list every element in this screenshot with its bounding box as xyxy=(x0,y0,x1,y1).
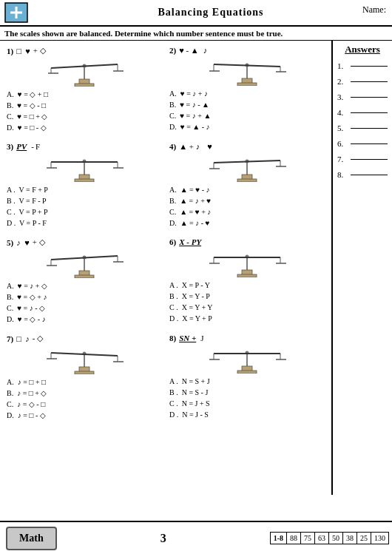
answer-line-7: 7. xyxy=(337,155,388,163)
answer-blank-8 xyxy=(351,175,388,175)
score-cell-2: 75 xyxy=(301,533,315,544)
problem-4-symbols: ▲ + ♪ xyxy=(179,142,200,151)
problem-5-num: 5) xyxy=(7,238,13,247)
answer-blank-1 xyxy=(351,66,388,67)
score-cell-6: 25 xyxy=(357,533,371,544)
choice-row: C. ♥ = □ + ◇ xyxy=(7,111,162,122)
score-cell-3: 63 xyxy=(315,533,329,544)
svg-rect-31 xyxy=(237,179,257,182)
choice-row: B. ▲ = ♪ + ♥ xyxy=(169,195,325,206)
subtitle: The scales shown are balanced. Determine… xyxy=(0,27,392,41)
math-label: Math xyxy=(6,527,57,550)
choice-row: A . V = F + P xyxy=(7,184,162,195)
choice-row: C. ♪ = ◇ - □ xyxy=(7,399,162,410)
problem-6-header: 6) X - PY xyxy=(169,237,325,246)
answer-num-8: 8. xyxy=(337,170,348,179)
answer-num-4: 4. xyxy=(337,108,348,117)
scale-svg-4 xyxy=(206,152,288,182)
answer-line-2: 2. xyxy=(337,77,388,86)
problem-3-choices: A . V = F + P B . V = F - P C . V = P + … xyxy=(7,184,162,229)
score-cell-4: 50 xyxy=(329,533,343,544)
scale-svg-6 xyxy=(206,248,288,277)
problem-8-var: J xyxy=(200,334,203,342)
answer-blank-6 xyxy=(351,143,388,144)
answer-num-7: 7. xyxy=(337,155,348,163)
problem-2-symbols: ♥ - ▲ xyxy=(179,46,199,55)
problem-6-choices: A . X = P - Y B . X = Y - P C . X = Y + … xyxy=(169,280,325,324)
choice-row: D. ▲ = ♪ - ♥ xyxy=(169,217,325,229)
answer-line-4: 4. xyxy=(337,108,388,117)
problem-6: 6) X - PY xyxy=(167,235,327,327)
score-cell-5: 38 xyxy=(343,533,357,544)
choice-row: C. ▲ = ♥ + ♪ xyxy=(169,206,325,217)
footer: Math 3 1-8 88 75 63 50 38 25 130 xyxy=(0,521,392,554)
problem-5-extra: + ◇ xyxy=(33,237,45,247)
problem-4: 4) ▲ + ♪ ♥ xyxy=(167,140,327,231)
svg-rect-13 xyxy=(237,83,257,86)
problem-8-num: 8) xyxy=(169,334,176,342)
scale-svg-8 xyxy=(206,344,288,374)
answer-blank-5 xyxy=(351,128,388,129)
problem-5-choices: A. ♥ = ♪ + ◇ B. ♥ = ◇ + ♪ C. ♥ = ♪ - ◇ D… xyxy=(7,280,162,325)
choice-row: D. ♥ = □ - ◇ xyxy=(7,122,162,133)
choice-row: D . X = Y + P xyxy=(169,313,325,324)
answer-num-3: 3. xyxy=(337,92,348,101)
problem-2-choices: A. ♥ = ♪ + ♪ B. ♥ = ♪ - ▲ C. ♥ = ♪ + ▲ D… xyxy=(169,88,325,132)
page-title: Balancing Equations xyxy=(34,7,388,18)
choice-row: A. ♥ = ♪ + ♪ xyxy=(169,88,325,99)
svg-rect-67 xyxy=(237,371,257,374)
problem-6-label: X - PY xyxy=(179,237,201,246)
problem-3: 3) PV - F xyxy=(4,140,164,231)
answers-title: Answers xyxy=(337,44,388,55)
choice-row: D. ♥ = ◇ - ♪ xyxy=(7,314,162,325)
answer-line-3: 3. xyxy=(337,92,388,101)
choice-row: D . V = P - F xyxy=(7,217,162,229)
problem-7-header: 7) □ ♪ - ◇ xyxy=(7,334,162,343)
answer-num-2: 2. xyxy=(337,77,348,86)
score-table: 1-8 88 75 63 50 38 25 130 xyxy=(270,532,389,544)
problem-4-choices: A. ▲ = ♥ - ♪ B. ▲ = ♪ + ♥ C. ▲ = ♥ + ♪ D… xyxy=(169,184,325,229)
choice-row: B . V = F - P xyxy=(7,195,162,206)
score-cell-7: 130 xyxy=(371,533,388,544)
problem-1-scale xyxy=(7,57,162,87)
answer-line-5: 5. xyxy=(337,124,388,132)
problem-6-scale xyxy=(169,248,325,277)
answer-blank-3 xyxy=(351,97,388,98)
header: Balancing Equations Name: xyxy=(0,0,392,27)
problem-1: 1) □ ♥ + ◇ xyxy=(4,44,164,135)
problems-area: 1) □ ♥ + ◇ xyxy=(0,41,333,495)
problem-7-choices: A. ♪ = □ + □ B. ♪ = □ + ◇ C. ♪ = ◇ - □ D… xyxy=(7,376,162,421)
problem-2-scale xyxy=(169,56,325,86)
problem-8: 8) SN + J xyxy=(167,331,327,423)
choice-row: C . N = J + S xyxy=(169,398,325,409)
problem-4-header: 4) ▲ + ♪ ♥ xyxy=(169,142,325,151)
problem-4-num: 4) xyxy=(169,142,176,151)
logo-icon xyxy=(4,2,28,23)
svg-rect-40 xyxy=(75,275,94,278)
choice-row: D . N = J - S xyxy=(169,409,325,420)
problem-1-symbols: □ ♥ xyxy=(16,47,30,55)
scale-svg-2 xyxy=(206,56,288,86)
choice-row: A . X = P - Y xyxy=(169,280,325,291)
choice-row: B . N = S - J xyxy=(169,387,325,398)
choice-row: A. ♥ = ◇ + □ xyxy=(7,89,162,100)
main-content: 1) □ ♥ + ◇ xyxy=(0,41,392,495)
problem-5: 5) ♪ ♥ + ◇ xyxy=(4,235,164,327)
problem-1-choices: A. ♥ = ◇ + □ B. ♥ = ◇ - □ C. ♥ = □ + ◇ D… xyxy=(7,89,162,133)
problem-2-header: 2) ♥ - ▲ ♪ xyxy=(169,46,325,55)
answer-num-6: 6. xyxy=(337,139,348,148)
problem-7-scale xyxy=(7,345,162,374)
scale-svg-5 xyxy=(44,249,125,278)
problem-8-scale xyxy=(169,344,325,374)
problem-7: 7) □ ♪ - ◇ xyxy=(4,331,164,423)
problem-5-symbols: ♪ ♥ xyxy=(16,238,30,247)
answer-line-1: 1. xyxy=(337,61,388,70)
problem-8-header: 8) SN + J xyxy=(169,334,325,342)
problem-7-symbols: □ ♪ xyxy=(16,334,30,343)
problem-7-num: 7) xyxy=(7,334,13,343)
scale-svg-3 xyxy=(44,152,125,182)
answer-num-1: 1. xyxy=(337,61,348,70)
problem-6-num: 6) xyxy=(169,237,176,246)
score-range-label: 1-8 xyxy=(271,533,287,544)
choice-row: B. ♪ = □ + ◇ xyxy=(7,388,162,399)
